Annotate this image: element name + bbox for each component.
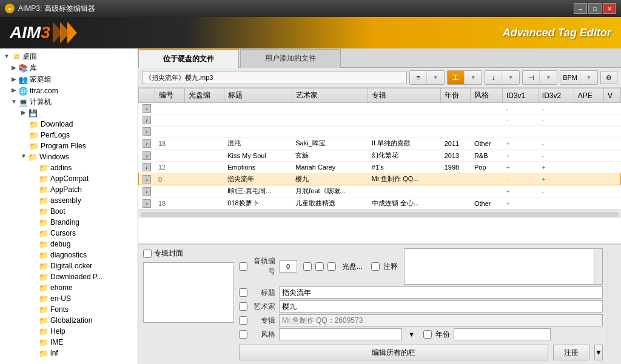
tree-expand-homegroup[interactable]: ▶ — [10, 76, 18, 84]
genre-input[interactable] — [279, 328, 402, 340]
tree-item-programfiles[interactable]: 📁 Program Files — [0, 141, 138, 151]
disc-checkbox[interactable] — [303, 262, 312, 271]
tracknum-checkbox[interactable] — [239, 262, 247, 271]
meta-scrollbar[interactable] — [608, 248, 616, 360]
title-checkbox[interactable] — [239, 288, 247, 297]
tree-item-computer[interactable]: ▼ 💻 计算机 — [0, 96, 138, 108]
artist-checkbox[interactable] — [239, 302, 247, 311]
tree-expand-drive[interactable]: ▶ — [19, 109, 28, 117]
list-button[interactable]: ≡ — [410, 71, 427, 84]
table-row[interactable]: ♪0指尖流年樱九Mr.鱼制作 QQ...-+ — [139, 173, 621, 185]
disc-checkbox2[interactable] — [315, 262, 324, 271]
register-dropdown-button[interactable]: ▼ — [594, 345, 603, 360]
tree-item-library[interactable]: ▶ 📚 库 — [0, 62, 138, 74]
tree-item-drive[interactable]: ▶ 💾 — [0, 108, 138, 119]
row-num: 0 — [155, 173, 184, 185]
tree-item-branding[interactable]: 📁 Branding — [0, 217, 138, 228]
tree-item-boot[interactable]: 📁 Boot — [0, 206, 138, 217]
tree-item-cursors[interactable]: 📁 Cursors — [0, 228, 138, 239]
row-genre — [471, 185, 503, 197]
tab-user-files[interactable]: 用户添加的文件 — [240, 49, 341, 68]
table-row[interactable]: ♪18018换萝卜儿童歌曲精选中成连锁 全心...Other+ — [139, 197, 621, 210]
note-scrollbar[interactable] — [594, 249, 602, 284]
row-album — [368, 185, 441, 197]
edit-all-button[interactable]: 编辑所有的栏 — [239, 345, 548, 360]
table-row[interactable]: ♪-- — [139, 103, 621, 114]
tree-item-apppatch[interactable]: 📁 AppPatch — [0, 184, 138, 195]
down-dropdown[interactable]: ▼ — [502, 71, 519, 84]
cover-checkbox[interactable] — [143, 250, 152, 258]
tag-table[interactable]: 编号 光盘编 标题 艺术家 专辑 年份 风格 ID3v1 ID3v2 APE V… — [138, 88, 621, 244]
album-checkbox[interactable] — [239, 316, 247, 325]
table-row[interactable]: ♪ — [139, 126, 621, 137]
close-button[interactable]: ✕ — [603, 3, 616, 14]
tree-item-download[interactable]: 📁 Download — [0, 119, 138, 130]
maximize-button[interactable]: □ — [588, 3, 602, 14]
tree-item-windows[interactable]: ▼ 📁 Windows — [0, 151, 138, 162]
meta-fields: 音轨编号 光盘... 注释 — [239, 248, 603, 360]
year-checkbox[interactable] — [423, 330, 432, 339]
genre-checkbox[interactable] — [239, 330, 247, 339]
tracknum-input[interactable] — [279, 260, 297, 273]
h-scrollbar-thumb[interactable] — [141, 212, 619, 217]
tree-item-perflogs[interactable]: 📁 PerfLogs — [0, 130, 138, 141]
bpm-dropdown[interactable]: ▼ — [580, 71, 597, 84]
tree-item-assembly[interactable]: 📁 assembly — [0, 195, 138, 206]
tree-item-fonts[interactable]: 📁 Fonts — [0, 304, 138, 315]
tree-item-help[interactable]: 📁 Help — [0, 326, 138, 337]
row-num — [155, 103, 184, 114]
file-tree[interactable]: ▼ 🖥 桌面 ▶ 📚 库 ▶ 👥 家庭组 ▶ 🌐 ttrar.com ▼ 💻 — [0, 48, 138, 364]
tree-item-homegroup[interactable]: ▶ 👥 家庭组 — [0, 74, 138, 85]
list-dropdown[interactable]: ▼ — [427, 71, 444, 84]
artist-label: 艺术家 — [251, 302, 275, 312]
register-button[interactable]: 注册 — [553, 345, 589, 360]
tree-item-ttrar[interactable]: ▶ 🌐 ttrar.com — [0, 85, 138, 96]
edit-dropdown[interactable]: ▼ — [465, 71, 482, 84]
tree-item-ime[interactable]: 📁 IME — [0, 337, 138, 348]
tree-label-branding: Branding — [50, 218, 79, 227]
row-album — [368, 126, 441, 137]
tree-expand-ttrar[interactable]: ▶ — [10, 87, 18, 95]
tree-item-diagnostics[interactable]: 📁 diagnostics — [0, 250, 138, 260]
title-input[interactable] — [279, 286, 603, 299]
dash-dropdown[interactable]: ▼ — [540, 71, 557, 84]
library-icon: 📚 — [18, 64, 28, 73]
album-input[interactable] — [279, 314, 603, 326]
tree-expand-windows[interactable]: ▼ — [19, 153, 28, 161]
tree-item-debug[interactable]: 📁 debug — [0, 239, 138, 250]
note-checkbox[interactable] — [371, 262, 380, 271]
table-row[interactable]: ♪Ⅱ剑三·真毛同...月泯feat《咳嗽...+- — [139, 185, 621, 197]
row-genre — [471, 126, 503, 137]
table-row[interactable]: ♪-- — [139, 114, 621, 126]
gear-button[interactable]: ⚙ — [600, 71, 617, 84]
file-path-input[interactable] — [142, 71, 407, 84]
artist-input[interactable] — [279, 300, 603, 313]
tree-item-globalization[interactable]: 📁 Globalization — [0, 315, 138, 326]
tree-item-desktop[interactable]: ▼ 🖥 桌面 — [0, 51, 138, 62]
table-row[interactable]: ♪18混沌Saki_眸宝II 單純的喜歡2011Other+- — [139, 137, 621, 150]
table-row[interactable]: ♪12EmotionsMariah Carey#1's1998Pop++ — [139, 162, 621, 173]
dash-button[interactable]: ⊣ — [523, 71, 540, 84]
row-v — [603, 103, 620, 114]
tree-item-appcompat[interactable]: 📁 AppCompat — [0, 173, 138, 184]
edit-button[interactable]: 工 — [448, 71, 465, 84]
tree-expand-library[interactable]: ▶ — [10, 64, 18, 73]
h-scrollbar[interactable] — [138, 210, 621, 218]
tree-expand-desktop[interactable]: ▼ — [2, 53, 11, 61]
table-row[interactable]: ♪Kiss My Soul玄觞幻化繁花2013R&B+- — [139, 150, 621, 162]
tree-item-digitallocker[interactable]: 📁 DigitalLocker — [0, 260, 138, 271]
tab-disk-files[interactable]: 位于硬盘的文件 — [138, 49, 239, 68]
tree-item-ehome[interactable]: 📁 ehome — [0, 282, 138, 293]
tree-item-downloadedp[interactable]: 📁 Downloaded P... — [0, 271, 138, 282]
minimize-button[interactable]: – — [574, 3, 587, 14]
year-input[interactable] — [454, 328, 551, 340]
down-button[interactable]: ↓ — [485, 71, 502, 84]
tree-item-inf[interactable]: 📁 inf — [0, 348, 138, 359]
disc-checkbox3[interactable] — [327, 262, 336, 271]
bpm-button[interactable]: BPM — [560, 71, 580, 84]
note-input-area[interactable] — [404, 248, 603, 285]
row-title: 指尖流年 — [224, 173, 292, 185]
tree-item-enus[interactable]: 📁 en-US — [0, 293, 138, 304]
tree-expand-computer[interactable]: ▼ — [10, 98, 18, 107]
tree-item-addins[interactable]: 📁 addins — [0, 162, 138, 173]
